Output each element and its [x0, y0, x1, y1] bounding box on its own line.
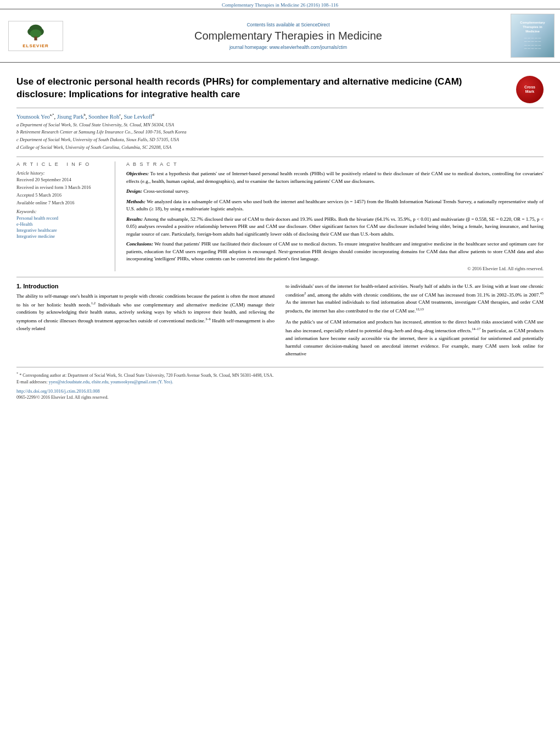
sciencedirect-link-text: ScienceDirect — [301, 22, 329, 27]
affiliation-b: b Retirement Research Center at Samsung … — [16, 129, 544, 136]
abstract-methods: Methods: We analyzed data in a subsample… — [126, 198, 544, 213]
history-label: Article history: — [16, 170, 108, 176]
authors-line: Younsook Yeoa,*, Jisung Parkb, Soonhee R… — [16, 113, 544, 120]
intro-left-col: 1. Introduction The ability to self-mana… — [16, 283, 275, 361]
footnote-email: E-mail addresses: yyeo@stcloudstate.edu,… — [16, 379, 544, 386]
journal-header: ELSEVIER Contents lists available at Sci… — [0, 9, 560, 63]
elsevier-label: ELSEVIER — [23, 43, 49, 48]
article-title: Use of electronic personal health record… — [16, 76, 508, 101]
keyword-3: Integrative healthcare — [16, 227, 108, 233]
affiliation-a: a Department of Social Work, St. Cloud S… — [16, 122, 544, 129]
abstract-conclusions: Conclusions: We found that patients' PHR… — [126, 241, 544, 263]
journal-header-center: Contents lists available at ScienceDirec… — [71, 22, 505, 50]
revised-date: Received in revised form 3 March 2016 — [16, 185, 108, 190]
abstract-design: Design: Cross-sectional survey. — [126, 188, 544, 196]
journal-title: Complementary Therapies in Medicine — [71, 30, 505, 42]
available-date: Available online 7 March 2016 — [16, 200, 108, 205]
keyword-2: e-Health — [16, 221, 108, 227]
abstract-col: A B S T R A C T Objectives: To test a hy… — [126, 161, 544, 271]
keyword-1: Personal health record — [16, 215, 108, 221]
footnote-section: * * Corresponding author at: Department … — [16, 367, 544, 401]
accepted-date: Accepted 5 March 2016 — [16, 192, 108, 198]
elsevier-tree-icon — [19, 23, 52, 42]
section-divider — [16, 277, 544, 277]
journal-thumbnail: ComplementaryTherapies inMedicine — — — … — [511, 14, 555, 58]
intro-right-col: to individuals' uses of the internet for… — [285, 283, 544, 361]
abstract-objectives: Objectives: To test a hypothesis that pa… — [126, 170, 544, 185]
keyword-4: Integrative medicine — [16, 233, 108, 239]
received-date: Received 20 September 2014 — [16, 177, 108, 182]
abstract-results: Results: Among the subsample, 52.7% disc… — [126, 216, 544, 238]
top-link-bar: Complementary Therapies in Medicine 26 (… — [0, 0, 560, 9]
article-info-heading: A R T I C L E I N F O — [16, 161, 108, 167]
crossmark-badge: CrossMark — [516, 76, 544, 103]
issn-line: 0965-2299/© 2016 Elsevier Ltd. All right… — [16, 394, 544, 401]
svg-rect-4 — [34, 37, 37, 41]
keywords-label: Keywords: — [16, 209, 108, 214]
journal-homepage: journal homepage: www.elsevierhealth.com… — [71, 44, 505, 50]
article-info-col: A R T I C L E I N F O Article history: R… — [16, 161, 115, 271]
elsevier-logo-area: ELSEVIER — [5, 21, 66, 51]
affiliation-d: d College of Social Work, University of … — [16, 144, 544, 151]
affiliation-c: c Department of Social Work, University … — [16, 137, 544, 143]
intro-right-para-2: As the public's use of CAM information a… — [285, 319, 544, 358]
copyright-line: © 2016 Elsevier Ltd. All rights reserved… — [126, 266, 544, 271]
elsevier-logo-box: ELSEVIER — [8, 21, 63, 51]
affiliations-block: a Department of Social Work, St. Cloud S… — [16, 122, 544, 152]
intro-right-para-1: to individuals' uses of the internet for… — [285, 283, 544, 316]
introduction-section: 1. Introduction The ability to self-mana… — [16, 283, 544, 361]
doi-line: http://dx.doi.org/10.1016/j.ctim.2016.03… — [16, 388, 544, 395]
article-title-section: Use of electronic personal health record… — [16, 68, 544, 108]
intro-para-1: The ability to self-manage one's health … — [16, 293, 275, 333]
journal-ref: Complementary Therapies in Medicine 26 (… — [222, 2, 338, 8]
main-content: Use of electronic personal health record… — [0, 63, 560, 406]
info-abstract-section: A R T I C L E I N F O Article history: R… — [16, 157, 544, 271]
sciencedirect-line: Contents lists available at ScienceDirec… — [71, 22, 505, 27]
abstract-heading: A B S T R A C T — [126, 161, 544, 167]
intro-heading: 1. Introduction — [16, 283, 275, 289]
footnote-star: * * Corresponding author at: Department … — [16, 371, 544, 379]
